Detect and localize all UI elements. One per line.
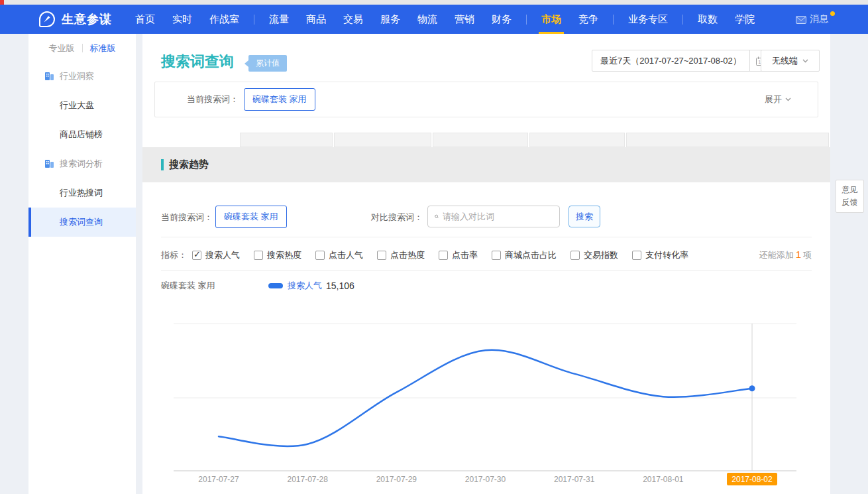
x-axis-label: 2017-07-28 — [287, 475, 328, 484]
messages-button[interactable]: 消息 — [796, 5, 828, 34]
checkbox[interactable] — [439, 251, 448, 260]
main-content: 搜索词查询 累计值 最近7天（2017-07-27~2017-08-02） 15… — [142, 34, 830, 494]
metric-label: 点击人气 — [329, 249, 363, 261]
legend-metric-name[interactable]: 搜索人气 — [288, 280, 322, 292]
nav-item-trade[interactable]: 交易 — [335, 5, 372, 34]
tab-segment[interactable] — [626, 133, 829, 147]
section-band: 搜索趋势 — [142, 147, 830, 182]
sidebar-section-search-analysis[interactable]: 搜索词分析 — [28, 149, 136, 178]
current-term-chip[interactable]: 碗碟套装 家用 — [244, 88, 315, 111]
notification-dot — [830, 11, 835, 16]
nav-item-realtime[interactable]: 实时 — [164, 5, 201, 34]
current-search-term-panel: 当前搜索词： 碗碟套装 家用 展开 — [154, 82, 818, 117]
add-more-suffix: 项 — [803, 250, 812, 260]
nav-item-business-zone[interactable]: 业务专区 — [620, 5, 677, 34]
metric-label: 交易指数 — [584, 249, 618, 261]
chart-legend: 碗碟套装 家用 搜索人气 15,106 — [161, 279, 354, 292]
nav-item-service[interactable]: 服务 — [372, 5, 409, 34]
metric-checkbox-click-heat[interactable]: 点击热度 — [377, 249, 425, 261]
buildings-icon — [44, 159, 54, 168]
sidebar-item-hot-search-words[interactable]: 行业热搜词 — [28, 178, 136, 208]
nav-menu: 首页 实时 作战室 流量 商品 交易 服务 物流 营销 财务 市场 竞争 业务专… — [127, 5, 763, 34]
metric-checkbox-mall-click-share[interactable]: 商城点击占比 — [492, 249, 557, 261]
highlighted-date-bg — [727, 473, 777, 485]
brand[interactable]: 生意参谋 — [38, 11, 112, 28]
metrics-row: 指标： 搜索人气 搜索热度 点击人气 点击热度 — [161, 245, 702, 265]
nav-item-marketing[interactable]: 营销 — [446, 5, 483, 34]
legend-line-marker — [268, 283, 283, 288]
sidebar-section-label: 搜索词分析 — [60, 158, 103, 170]
checkbox[interactable] — [492, 251, 501, 260]
checkbox[interactable] — [254, 251, 263, 260]
nav-divider — [613, 15, 614, 25]
checkbox[interactable] — [570, 251, 580, 260]
tab-segment-active[interactable] — [142, 133, 239, 147]
nav-item-logistics[interactable]: 物流 — [409, 5, 446, 34]
metric-checkbox-search-heat[interactable]: 搜索热度 — [254, 249, 301, 261]
checkbox[interactable] — [315, 251, 325, 260]
sidebar-item-industry-board[interactable]: 行业大盘 — [28, 91, 136, 120]
metric-label: 点击热度 — [390, 249, 425, 261]
cumulative-value-badge: 累计值 — [248, 55, 287, 72]
chevron-down-icon — [802, 59, 808, 63]
top-nav: 生意参谋 首页 实时 作战室 流量 商品 交易 服务 物流 营销 财务 市场 竞… — [0, 5, 868, 34]
search-button[interactable]: 搜索 — [569, 206, 600, 227]
compare-search-input[interactable] — [443, 212, 559, 221]
sidebar-section-label: 行业洞察 — [60, 70, 94, 82]
nav-item-data-fetch[interactable]: 取数 — [689, 5, 726, 34]
checkbox[interactable] — [377, 251, 386, 260]
legend-term: 碗碟套装 家用 — [161, 280, 268, 292]
search-trend-card: 当前搜索词： 碗碟套装 家用 对比搜索词： 搜索 指标： 搜索人气 — [142, 182, 830, 494]
nav-item-goods[interactable]: 商品 — [298, 5, 335, 34]
tab-segment[interactable] — [240, 133, 333, 147]
chevron-down-icon — [785, 97, 791, 101]
nav-item-warroom[interactable]: 作战室 — [201, 5, 248, 34]
version-tab-standard[interactable]: 标准版 — [90, 42, 116, 54]
metric-checkbox-click-popularity[interactable]: 点击人气 — [315, 249, 363, 261]
feedback-button[interactable]: 意见 反馈 — [836, 180, 864, 213]
compass-logo-icon — [38, 11, 56, 28]
feedback-label-line2: 反馈 — [836, 196, 863, 209]
current-term-label: 当前搜索词： — [187, 93, 239, 105]
metric-checkbox-search-popularity[interactable]: 搜索人气 — [192, 249, 240, 261]
metric-label: 搜索人气 — [205, 249, 240, 261]
sidebar-item-product-shop-rank[interactable]: 商品店铺榜 — [28, 120, 136, 149]
sidebar-item-search-word-query[interactable]: 搜索词查询 — [28, 208, 136, 237]
checkbox[interactable] — [192, 251, 201, 260]
terminal-select[interactable]: 无线端 — [761, 50, 820, 72]
nav-divider — [682, 15, 683, 25]
metrics-label: 指标： — [161, 249, 187, 261]
date-range-picker[interactable]: 最近7天（2017-07-27~2017-08-02） 15 — [592, 50, 773, 72]
tab-segment[interactable] — [529, 133, 625, 147]
divider — [161, 237, 812, 237]
metric-label: 搜索热度 — [267, 249, 301, 261]
nav-item-competition[interactable]: 竞争 — [570, 5, 607, 34]
current-term-chip[interactable]: 碗碟套装 家用 — [215, 206, 287, 228]
metric-label: 商城点击占比 — [505, 249, 557, 261]
expand-toggle[interactable]: 展开 — [765, 93, 791, 105]
x-axis-label: 2017-08-01 — [643, 475, 684, 484]
nav-item-academy[interactable]: 学院 — [726, 5, 763, 34]
trend-line — [219, 350, 752, 446]
metric-checkbox-click-rate[interactable]: 点击率 — [439, 249, 478, 261]
section-title: 搜索趋势 — [169, 158, 209, 171]
nav-item-home[interactable]: 首页 — [127, 5, 164, 34]
section-accent-bar — [161, 159, 164, 170]
nav-item-finance[interactable]: 财务 — [483, 5, 520, 34]
nav-item-traffic[interactable]: 流量 — [260, 5, 298, 34]
version-divider — [82, 44, 83, 52]
checkbox[interactable] — [632, 251, 641, 260]
nav-item-market-active[interactable]: 市场 — [533, 5, 570, 34]
metric-checkbox-pay-conversion[interactable]: 支付转化率 — [632, 249, 688, 261]
tab-segment[interactable] — [433, 133, 528, 147]
x-axis-label: 2017-07-27 — [198, 475, 239, 484]
search-icon — [435, 212, 439, 221]
tab-segment[interactable] — [334, 133, 431, 147]
metric-checkbox-trade-index[interactable]: 交易指数 — [570, 249, 618, 261]
sidebar-section-industry-insight[interactable]: 行业洞察 — [28, 62, 136, 91]
legend-metric-value: 15,106 — [326, 280, 354, 291]
version-tab-pro[interactable]: 专业版 — [49, 42, 75, 54]
metric-label: 支付转化率 — [645, 249, 688, 261]
envelope-icon — [796, 16, 806, 24]
expand-label: 展开 — [765, 93, 782, 105]
